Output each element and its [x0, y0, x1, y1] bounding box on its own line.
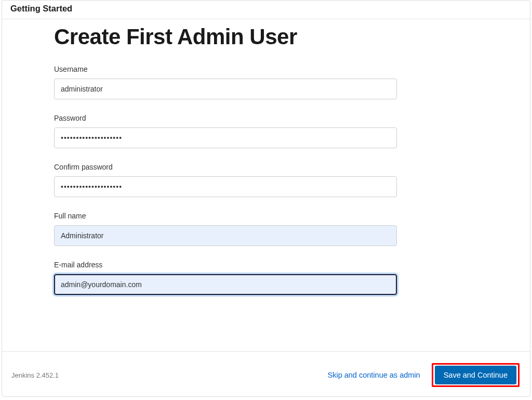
version-label: Jenkins 2.452.1 [11, 371, 59, 379]
content-area: Create First Admin User Username Passwor… [2, 19, 530, 351]
modal-header-title: Getting Started [10, 4, 522, 14]
password-group: Password [54, 114, 480, 148]
highlight-annotation: Save and Continue [432, 363, 520, 387]
full-name-group: Full name [54, 212, 480, 246]
setup-wizard-modal: Getting Started Create First Admin User … [2, 0, 530, 397]
full-name-label: Full name [54, 212, 480, 220]
skip-button[interactable]: Skip and continue as admin [326, 368, 422, 382]
email-label: E-mail address [54, 261, 480, 269]
username-group: Username [54, 65, 480, 99]
password-input[interactable] [54, 127, 397, 148]
confirm-password-group: Confirm password [54, 163, 480, 197]
email-group: E-mail address [54, 261, 480, 295]
modal-footer: Jenkins 2.452.1 Skip and continue as adm… [2, 351, 530, 396]
password-label: Password [54, 114, 480, 122]
modal-header: Getting Started [2, 1, 530, 19]
username-input[interactable] [54, 79, 397, 99]
modal-body[interactable]: Create First Admin User Username Passwor… [2, 19, 530, 351]
save-continue-button[interactable]: Save and Continue [435, 366, 516, 384]
email-input[interactable] [54, 274, 397, 295]
page-title: Create First Admin User [54, 24, 480, 49]
footer-actions: Skip and continue as admin Save and Cont… [326, 363, 520, 387]
confirm-password-label: Confirm password [54, 163, 480, 171]
full-name-input[interactable] [54, 225, 397, 246]
confirm-password-input[interactable] [54, 176, 397, 197]
username-label: Username [54, 65, 480, 73]
